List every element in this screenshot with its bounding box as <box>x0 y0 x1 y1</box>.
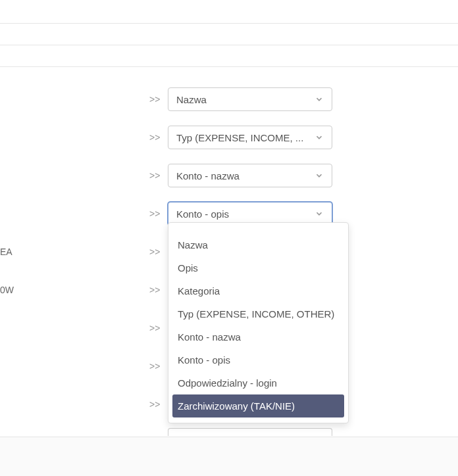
chevron-down-icon <box>313 131 325 143</box>
indicator: >> <box>149 361 160 371</box>
divider <box>0 23 458 24</box>
divider <box>0 66 458 67</box>
field-select[interactable]: Konto - nazwa <box>168 164 332 187</box>
indicator: >> <box>149 323 160 333</box>
dropdown-option[interactable]: Typ (EXPENSE, INCOME, OTHER) <box>168 302 348 325</box>
chevron-down-icon <box>313 170 325 181</box>
indicator: >> <box>149 132 160 143</box>
dropdown-option[interactable]: Odpowiedzialny - login <box>168 371 348 394</box>
field-select[interactable]: Typ (EXPENSE, INCOME, ... <box>168 126 332 149</box>
mapping-row: >> Konto - nazwa <box>0 156 458 195</box>
chevron-down-icon <box>313 93 325 105</box>
mapping-form: >> Nazwa >> Typ (EXPENSE, INCOME, ... >>… <box>0 80 458 423</box>
select-value: Konto - opis <box>176 208 311 220</box>
dropdown-option[interactable]: Konto - opis <box>168 348 348 371</box>
indicator: >> <box>149 94 160 105</box>
field-select-partial[interactable] <box>168 428 332 436</box>
indicator: >> <box>149 208 160 219</box>
field-select-dropdown: Nazwa Opis Kategoria Typ (EXPENSE, INCOM… <box>168 222 349 423</box>
field-select[interactable]: Nazwa <box>168 87 332 111</box>
dropdown-option[interactable]: Konto - nazwa <box>168 325 348 348</box>
source-column-label: EA <box>0 247 13 257</box>
mapping-row: >> Nazwa <box>0 80 458 118</box>
dropdown-option[interactable]: Nazwa <box>168 233 348 256</box>
select-value: Typ (EXPENSE, INCOME, ... <box>176 132 311 143</box>
chevron-down-icon <box>313 208 325 220</box>
dropdown-option[interactable]: Opis <box>168 256 348 279</box>
dropdown-option[interactable]: Zarchiwizowany (TAK/NIE) <box>172 394 344 417</box>
bottom-panel <box>0 437 458 476</box>
select-value: Konto - nazwa <box>176 170 311 181</box>
indicator: >> <box>149 399 160 410</box>
dropdown-options-list: Nazwa Opis Kategoria Typ (EXPENSE, INCOM… <box>168 228 348 417</box>
indicator: >> <box>149 170 160 181</box>
divider <box>0 45 458 45</box>
indicator: >> <box>149 285 160 295</box>
source-column-label: 0W <box>0 285 14 295</box>
indicator: >> <box>149 247 160 257</box>
select-value: Nazwa <box>176 94 311 105</box>
mapping-row: >> Typ (EXPENSE, INCOME, ... <box>0 118 458 156</box>
dropdown-option[interactable]: Kategoria <box>168 279 348 302</box>
